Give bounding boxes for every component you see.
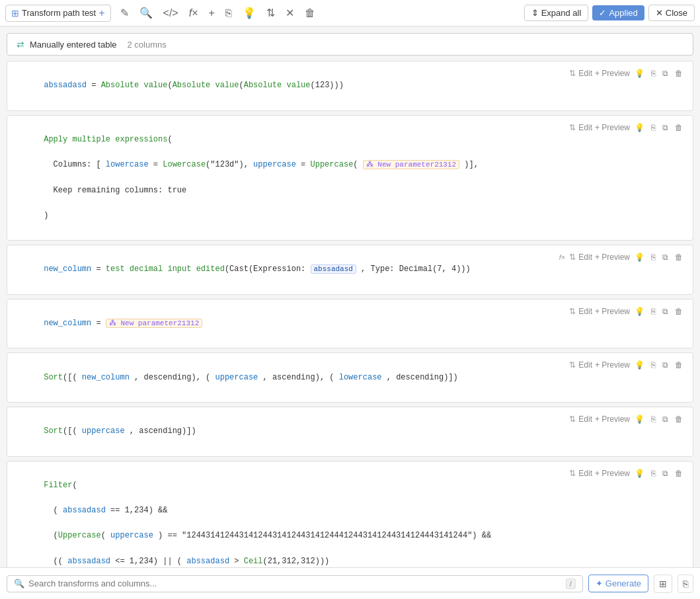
copy-tool-button[interactable]: ⎘	[223, 6, 235, 20]
sort-icon[interactable]: ⇅	[569, 307, 576, 316]
preview-link[interactable]: + Preview	[595, 469, 630, 478]
applied-label: Applied	[609, 8, 637, 18]
transform-row: Sort([( new_column , descending), ( uppe…	[7, 352, 693, 403]
hint-btn[interactable]: 💡	[633, 68, 646, 79]
edit-link[interactable]: Edit	[578, 360, 592, 370]
duplicate-btn[interactable]: ⧉	[660, 360, 670, 370]
code-tool-button[interactable]: </>	[161, 6, 181, 20]
copy-btn[interactable]: ⎘	[649, 252, 658, 262]
preview-link[interactable]: + Preview	[595, 253, 630, 262]
hint-btn[interactable]: 💡	[633, 252, 646, 262]
transform-code: new_column = test decimal input edited(C…	[15, 251, 554, 289]
delete-btn[interactable]: 🗑	[673, 468, 685, 479]
expand-icon: ⇕	[531, 8, 539, 18]
transform-code: new_column = ⁂ New parameter21312	[15, 305, 564, 343]
applied-button[interactable]: ✓ Applied	[592, 5, 644, 20]
transform-actions: ⇅ Edit + Preview 💡 ⎘ ⧉ 🗑	[569, 360, 685, 370]
hint-btn[interactable]: 💡	[633, 414, 646, 424]
transform-code: Apply multiple expressions( Columns: [ l…	[15, 121, 564, 235]
check-icon: ✓	[599, 8, 606, 18]
preview-link[interactable]: + Preview	[595, 307, 630, 316]
hint-btn[interactable]: 💡	[633, 306, 646, 317]
function-tool-button[interactable]: f×	[186, 6, 201, 20]
edit-link[interactable]: Edit	[578, 307, 592, 316]
duplicate-btn[interactable]: ⧉	[660, 306, 670, 317]
expand-all-label: Expand all	[541, 8, 582, 18]
sort-icon[interactable]: ⇅	[569, 360, 576, 370]
delete-btn[interactable]: 🗑	[673, 414, 685, 424]
delete-btn[interactable]: 🗑	[673, 122, 685, 133]
add-tab-button[interactable]: +	[98, 7, 104, 19]
transform-actions: ⇅ Edit + Preview 💡 ⎘ ⧉ 🗑	[569, 414, 685, 424]
transform-icon: ⊞	[11, 8, 19, 19]
copy-btn[interactable]: ⎘	[649, 122, 658, 133]
hint-btn[interactable]: 💡	[633, 360, 646, 370]
search-icon: 🔍	[14, 579, 24, 588]
transform-row: Filter( ( abssadasd == 1,234) && (Upperc…	[7, 461, 693, 568]
transform-actions: ⇅ Edit + Preview 💡 ⎘ ⧉ 🗑	[569, 468, 685, 479]
close-button[interactable]: ✕ Close	[648, 5, 695, 21]
sort-icon[interactable]: ⇅	[569, 123, 576, 132]
trash-tool-button[interactable]: 🗑	[302, 6, 318, 20]
edit-tool-button[interactable]: ✎	[118, 5, 132, 20]
duplicate-btn[interactable]: ⧉	[660, 414, 670, 424]
sort-icon[interactable]: ⇅	[569, 469, 576, 478]
expand-all-button[interactable]: ⇕ Expand all	[524, 5, 589, 21]
hint-tool-button[interactable]: 💡	[240, 5, 258, 20]
topbar: ⊞ Transform path test + ✎ 🔍 </> f× + ⎘ 💡…	[0, 0, 700, 26]
add-transform-button[interactable]: ⊞	[654, 575, 672, 593]
transform-row: abssadasd = Absolute value(Absolute valu…	[7, 61, 693, 111]
edit-link[interactable]: Edit	[578, 415, 592, 424]
tab-title: Transform path test	[22, 8, 96, 18]
copy-btn[interactable]: ⎘	[649, 414, 658, 424]
sort-icon[interactable]: ⇅	[569, 415, 576, 424]
edit-link[interactable]: Edit	[578, 123, 592, 132]
search-input[interactable]	[28, 579, 566, 588]
transform-code: Sort([( uppercase , ascending)])	[15, 413, 564, 451]
fx-icon: f×	[559, 253, 565, 261]
slash-badge: /	[566, 579, 576, 589]
copy-btn[interactable]: ⎘	[649, 468, 658, 479]
delete-btn[interactable]: 🗑	[673, 252, 685, 262]
sort-tool-button[interactable]: ⇅	[264, 5, 278, 20]
transform-actions: ⇅ Edit + Preview 💡 ⎘ ⧉ 🗑	[569, 68, 685, 79]
copy-btn[interactable]: ⎘	[649, 306, 658, 317]
main-content: ⇄ Manually entered table 2 columns abssa…	[0, 26, 700, 567]
transform-row: Sort([( uppercase , ascending)]) ⇅ Edit …	[7, 407, 693, 457]
edit-link[interactable]: Edit	[578, 253, 592, 262]
edit-link[interactable]: Edit	[578, 469, 592, 478]
duplicate-btn[interactable]: ⧉	[660, 68, 670, 79]
preview-link[interactable]: + Preview	[595, 69, 630, 78]
delete-btn[interactable]: 🗑	[673, 360, 685, 370]
title-tab[interactable]: ⊞ Transform path test +	[5, 5, 111, 22]
edit-link[interactable]: Edit	[578, 69, 592, 78]
close-tool-button[interactable]: ✕	[283, 5, 297, 20]
table-name: Manually entered table	[30, 40, 117, 50]
search-tool-button[interactable]: 🔍	[137, 5, 155, 20]
duplicate-btn[interactable]: ⧉	[660, 468, 670, 479]
copy-transform-button[interactable]: ⎘	[678, 575, 693, 593]
copy-btn[interactable]: ⎘	[649, 68, 658, 79]
preview-link[interactable]: + Preview	[595, 415, 630, 424]
sort-icon[interactable]: ⇅	[569, 69, 576, 78]
duplicate-btn[interactable]: ⧉	[660, 122, 670, 133]
table-header: ⇄ Manually entered table 2 columns	[7, 33, 693, 56]
delete-btn[interactable]: 🗑	[673, 68, 685, 79]
add-tool-button[interactable]: +	[206, 6, 217, 20]
transform-code: Sort([( new_column , descending), ( uppe…	[15, 358, 564, 397]
transform-row: new_column = ⁂ New parameter21312 ⇅ Edit…	[7, 299, 693, 349]
transform-row: Apply multiple expressions( Columns: [ l…	[7, 115, 693, 241]
delete-btn[interactable]: 🗑	[673, 306, 685, 317]
generate-button[interactable]: ✦ Generate	[588, 575, 648, 592]
search-wrap: 🔍 /	[7, 575, 583, 592]
hint-btn[interactable]: 💡	[633, 122, 646, 133]
sort-icon[interactable]: ⇅	[569, 253, 576, 262]
hint-btn[interactable]: 💡	[633, 468, 646, 479]
duplicate-btn[interactable]: ⧉	[660, 252, 670, 262]
bottom-bar: 🔍 / ✦ Generate ⊞ ⎘	[0, 567, 700, 599]
preview-link[interactable]: + Preview	[595, 360, 630, 370]
copy-btn[interactable]: ⎘	[649, 360, 658, 370]
transform-actions: ⇅ Edit + Preview 💡 ⎘ ⧉ 🗑	[569, 306, 685, 317]
preview-link[interactable]: + Preview	[595, 123, 630, 132]
transform-code: Filter( ( abssadasd == 1,234) && (Upperc…	[15, 467, 564, 568]
